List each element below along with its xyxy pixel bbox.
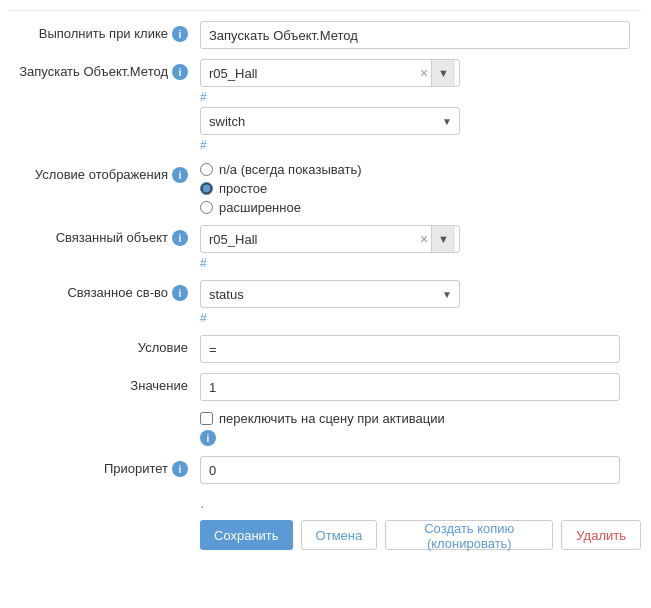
value-control	[200, 373, 641, 401]
condition-label: Условие	[10, 335, 200, 355]
linked-property-info-icon[interactable]: i	[172, 285, 188, 301]
launch-object-method-label: Запускать Объект.Метод i	[10, 59, 200, 80]
switch-scene-label-area	[10, 411, 200, 416]
priority-row: Приоритет i	[10, 456, 641, 484]
execute-on-click-label: Выполнить при клике i	[10, 21, 200, 42]
value-input[interactable]	[200, 373, 620, 401]
hash-link-3[interactable]: #	[200, 256, 641, 270]
condition-row: Условие	[10, 335, 641, 363]
method-select-wrapper: switch	[200, 107, 460, 135]
object-method-clear-icon[interactable]: ×	[417, 65, 431, 81]
linked-object-tag-value: r05_Hall	[205, 232, 417, 247]
radio-simple[interactable]: простое	[200, 181, 641, 196]
linked-property-row: Связанное св-во i status #	[10, 280, 641, 325]
object-method-tag-value: r05_Hall	[205, 66, 417, 81]
display-condition-label: Условие отображения i	[10, 162, 200, 183]
linked-object-label: Связанный объект i	[10, 225, 200, 246]
hash-link-4[interactable]: #	[200, 311, 641, 325]
radio-simple-input[interactable]	[200, 182, 213, 195]
linked-property-control: status #	[200, 280, 641, 325]
form-container: Выполнить при клике i Запускать Объект.М…	[0, 0, 651, 560]
priority-input[interactable]	[200, 456, 620, 484]
launch-object-method-info-icon[interactable]: i	[172, 64, 188, 80]
execute-on-click-info-icon[interactable]: i	[172, 26, 188, 42]
display-condition-radio-group: n/a (всегда показывать) простое расширен…	[200, 162, 641, 215]
linked-object-row: Связанный объект i r05_Hall × ▼ #	[10, 225, 641, 270]
object-method-dropdown-btn[interactable]: ▼	[431, 60, 455, 86]
condition-control	[200, 335, 641, 363]
execute-on-click-row: Выполнить при клике i	[10, 21, 641, 49]
delete-button[interactable]: Удалить	[561, 520, 641, 550]
priority-control	[200, 456, 641, 484]
execute-on-click-control	[200, 21, 641, 49]
linked-object-info-icon[interactable]: i	[172, 230, 188, 246]
display-condition-row: Условие отображения i n/a (всегда показы…	[10, 162, 641, 215]
launch-object-method-row: Запускать Объект.Метод i r05_Hall × ▼ # …	[10, 59, 641, 152]
linked-property-select-wrapper: status	[200, 280, 460, 308]
dot-separator: .	[10, 494, 641, 512]
linked-object-tag-input[interactable]: r05_Hall × ▼	[200, 225, 460, 253]
radio-advanced-label: расширенное	[219, 200, 301, 215]
value-row: Значение	[10, 373, 641, 401]
method-select[interactable]: switch	[200, 107, 460, 135]
clone-button[interactable]: Создать копию (клонировать)	[385, 520, 553, 550]
hash-link-1[interactable]: #	[200, 90, 641, 104]
hash-link-2[interactable]: #	[200, 138, 641, 152]
radio-advanced-input[interactable]	[200, 201, 213, 214]
execute-on-click-input[interactable]	[200, 21, 630, 49]
radio-na-label: n/a (всегда показывать)	[219, 162, 361, 177]
value-label: Значение	[10, 373, 200, 393]
linked-object-clear-icon[interactable]: ×	[417, 231, 431, 247]
linked-property-select[interactable]: status	[200, 280, 460, 308]
switch-scene-row: переключить на сцену при активации i	[10, 411, 641, 446]
save-button[interactable]: Сохранить	[200, 520, 293, 550]
switch-scene-checkbox-area: переключить на сцену при активации i	[200, 411, 641, 446]
object-method-tag-input[interactable]: r05_Hall × ▼	[200, 59, 460, 87]
launch-object-method-control: r05_Hall × ▼ # switch #	[200, 59, 641, 152]
display-condition-control: n/a (всегда показывать) простое расширен…	[200, 162, 641, 215]
radio-na-input[interactable]	[200, 163, 213, 176]
switch-scene-checkbox-label[interactable]: переключить на сцену при активации	[200, 411, 641, 426]
priority-label: Приоритет i	[10, 456, 200, 477]
radio-simple-label: простое	[219, 181, 267, 196]
linked-object-dropdown-btn[interactable]: ▼	[431, 226, 455, 252]
cancel-button[interactable]: Отмена	[301, 520, 378, 550]
switch-scene-checkbox[interactable]	[200, 412, 213, 425]
switch-scene-info-icon[interactable]: i	[200, 430, 216, 446]
display-condition-info-icon[interactable]: i	[172, 167, 188, 183]
switch-scene-text: переключить на сцену при активации	[219, 411, 445, 426]
linked-property-label: Связанное св-во i	[10, 280, 200, 301]
linked-object-control: r05_Hall × ▼ #	[200, 225, 641, 270]
switch-scene-control: переключить на сцену при активации i	[200, 411, 641, 446]
priority-info-icon[interactable]: i	[172, 461, 188, 477]
buttons-row: Сохранить Отмена Создать копию (клониров…	[10, 520, 641, 550]
condition-input[interactable]	[200, 335, 620, 363]
radio-na[interactable]: n/a (всегда показывать)	[200, 162, 641, 177]
radio-advanced[interactable]: расширенное	[200, 200, 641, 215]
